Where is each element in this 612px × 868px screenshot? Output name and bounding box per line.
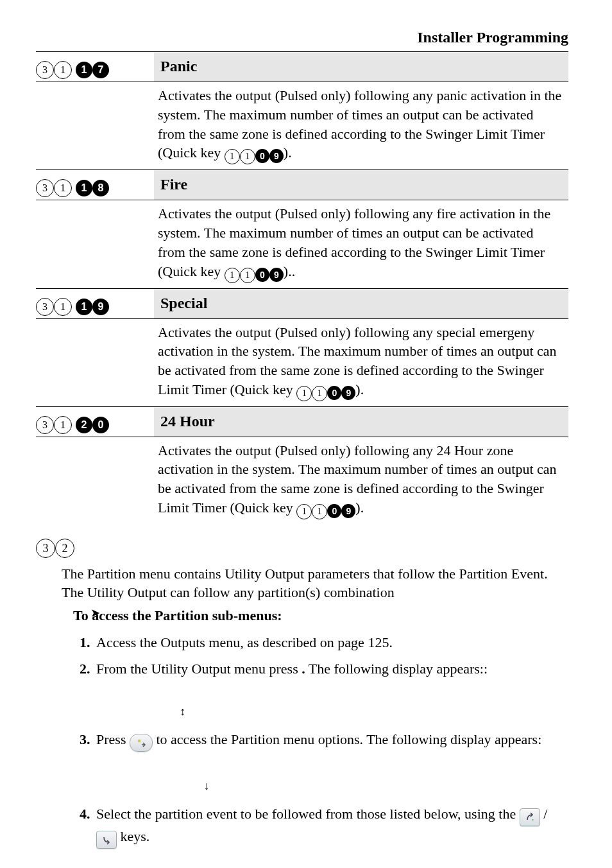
enter-key-icon xyxy=(130,734,153,753)
entry-body: Activates the output (Pulsed only) follo… xyxy=(36,82,568,169)
step-1: Access the Outputs menu, as described on… xyxy=(94,629,568,656)
down-arrow-icon: ↓ xyxy=(204,779,210,792)
up-key-icon xyxy=(520,808,540,828)
entry-title: Panic xyxy=(154,52,568,82)
digit-thin-icon: 1 xyxy=(54,298,72,316)
step-3-pre: Press xyxy=(96,731,130,747)
digit-solid-icon: 9 xyxy=(341,504,355,518)
digit-solid-icon: 9 xyxy=(269,268,284,282)
entry-body-text: Activates the output (Pulsed only) follo… xyxy=(158,205,550,279)
down-key-icon xyxy=(96,831,117,850)
svg-point-1 xyxy=(532,819,533,820)
entry-body: Activates the output (Pulsed only) follo… xyxy=(36,437,568,525)
step-2-pre: From the Utility Output menu press xyxy=(96,661,302,677)
step-1-text: Access the Outputs menu, as described on… xyxy=(96,634,393,650)
digit-thin-icon: 2 xyxy=(55,539,74,558)
digit-thin-icon: 1 xyxy=(54,179,72,197)
digit-thin-icon: 1 xyxy=(296,504,312,519)
digit-solid-icon: 1 xyxy=(76,62,92,78)
digit-thin-icon: 3 xyxy=(36,416,54,434)
entry-row: 31 19 Special xyxy=(36,288,568,318)
entry-body: Activates the output (Pulsed only) follo… xyxy=(36,318,568,406)
digit-solid-icon: 0 xyxy=(255,268,269,282)
digit-solid-icon: 0 xyxy=(92,417,109,433)
entry-body-post: ). xyxy=(355,381,364,397)
entry-code: 31 19 xyxy=(36,289,154,318)
step-4-pre: Select the partition event to be followe… xyxy=(96,806,520,822)
digit-solid-icon: 7 xyxy=(92,62,109,78)
entry-row: 31 20 24 Hour xyxy=(36,406,568,437)
step-2-post: The following display appears:: xyxy=(305,661,488,677)
running-head: Installer Programming xyxy=(36,27,568,48)
entry-title: Special xyxy=(154,289,568,318)
digit-thin-icon: 1 xyxy=(240,268,255,283)
step-2: From the Utility Output menu press . The… xyxy=(94,655,568,726)
lcd-display: P=1 EVENT:01 READY FOLLOW ↓ xyxy=(96,759,568,794)
digit-thin-icon: 1 xyxy=(296,386,312,401)
steps-list: Access the Outputs menu, as described on… xyxy=(74,629,568,854)
digit-thin-icon: 3 xyxy=(36,539,55,558)
digit-thin-icon: 1 xyxy=(240,149,255,164)
entry-row: 31 18 Fire xyxy=(36,169,568,200)
entry-body-post: ). xyxy=(284,144,292,161)
step-4-post: keys. xyxy=(121,828,150,844)
step-3-post: to access the Partition menu options. Th… xyxy=(156,731,541,747)
digit-solid-icon: 9 xyxy=(269,149,284,163)
lcd-display: UO=01 FOLLOW: 2)PARTITION ↕ xyxy=(96,685,568,720)
entry-body: Activates the output (Pulsed only) follo… xyxy=(36,200,568,288)
entry-code: 31 20 xyxy=(36,407,154,437)
digit-solid-icon: 2 xyxy=(76,417,92,433)
digit-solid-icon: 0 xyxy=(327,504,341,518)
digit-thin-icon: 3 xyxy=(36,298,54,316)
entry-body-text: Activates the output (Pulsed only) follo… xyxy=(158,87,561,161)
entry-row: 31 17 Panic xyxy=(36,52,568,82)
digit-solid-icon: 9 xyxy=(92,299,109,315)
digit-thin-icon: 3 xyxy=(36,61,54,79)
section-code: 32 Partition xyxy=(36,525,568,560)
entry-body-post: ).. xyxy=(284,263,295,279)
digit-thin-icon: 1 xyxy=(225,149,240,164)
digit-solid-icon: 9 xyxy=(341,386,355,400)
digit-solid-icon: 8 xyxy=(92,180,109,196)
digit-solid-icon: 1 xyxy=(76,299,92,315)
entry-body-post: ). xyxy=(355,499,364,516)
entry-code: 31 17 xyxy=(36,52,154,82)
entry-code: 31 18 xyxy=(36,170,154,200)
step-4: Select the partition event to be followe… xyxy=(94,801,568,854)
digit-thin-icon: 1 xyxy=(225,268,240,283)
svg-point-0 xyxy=(138,740,141,743)
entry-title: Fire xyxy=(154,170,568,200)
digit-thin-icon: 1 xyxy=(312,386,327,401)
digit-solid-icon: 1 xyxy=(76,180,92,196)
digit-thin-icon: 3 xyxy=(36,179,54,197)
digit-thin-icon: 1 xyxy=(54,416,72,434)
updown-arrow-icon: ↕ xyxy=(180,705,186,718)
step-3: Press to access the Partition menu optio… xyxy=(94,726,568,801)
digit-solid-icon: 0 xyxy=(327,386,341,400)
digit-thin-icon: 1 xyxy=(312,504,327,519)
partition-access-heading: To access the Partition sub-menus: xyxy=(62,606,568,625)
entry-title: 24 Hour xyxy=(154,407,568,437)
partition-intro: The Partition menu contains Utility Outp… xyxy=(62,564,568,602)
partition-access-heading-text: To access the Partition sub-menus: xyxy=(73,607,282,623)
step-4-mid: / xyxy=(543,806,547,822)
digit-thin-icon: 1 xyxy=(54,61,72,79)
digit-solid-icon: 0 xyxy=(255,149,269,163)
